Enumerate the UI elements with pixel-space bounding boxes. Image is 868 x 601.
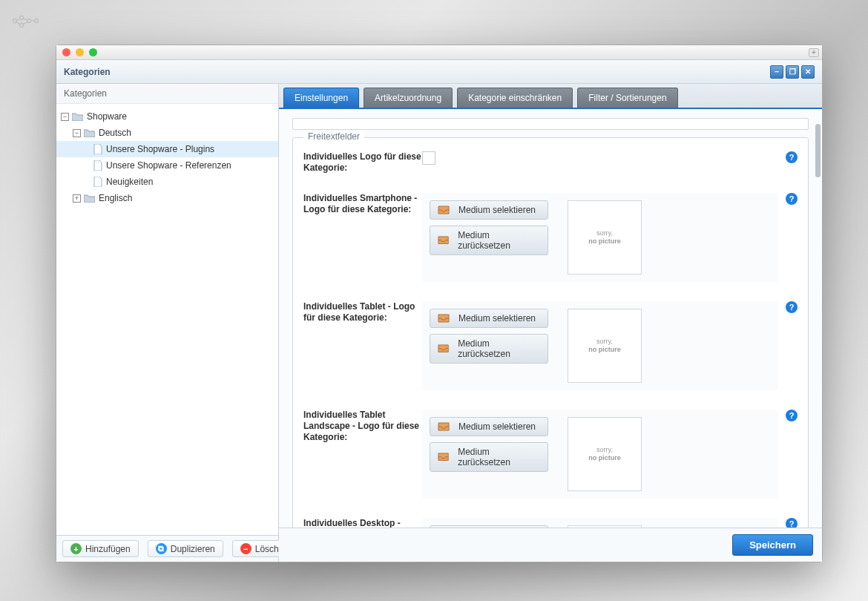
tree-label: Shopware xyxy=(87,111,127,122)
tree-node-englisch[interactable]: + Englisch xyxy=(56,190,278,206)
logo-checkbox[interactable] xyxy=(422,151,435,165)
tab-bar: Einstellungen Artikelzuordnung Kategorie… xyxy=(279,84,822,109)
media-preview: sorry, no picture xyxy=(568,200,642,275)
copy-icon: ⧉ xyxy=(156,543,167,554)
svg-point-2 xyxy=(20,24,24,27)
button-label: Medium zurücksetzen xyxy=(458,447,540,467)
media-preview: sorry, no picture xyxy=(568,525,642,528)
svg-point-4 xyxy=(35,19,39,23)
expand-icon[interactable]: + xyxy=(73,194,81,203)
tree-label: Neuigkeiten xyxy=(106,177,153,187)
tab-filter-sortierungen[interactable]: Filter / Sortierungen xyxy=(577,88,677,108)
button-label: Medium selektieren xyxy=(458,205,536,215)
help-icon[interactable]: ? xyxy=(786,410,798,421)
sidebar-footer: + Hinzufügen ⧉ Duplizieren − Löschen xyxy=(56,535,278,562)
sidebar: Kategorien − Shopware − Deutsch xyxy=(56,84,279,562)
button-label: Duplizieren xyxy=(171,544,215,554)
window-minimize-button[interactable]: – xyxy=(770,65,783,79)
window-close-button[interactable]: ✕ xyxy=(801,65,815,79)
no-picture-placeholder: sorry, no picture xyxy=(585,338,624,354)
app-logo-icon xyxy=(11,15,42,38)
collapse-icon[interactable]: − xyxy=(61,113,69,121)
page-icon xyxy=(93,177,102,187)
page-icon xyxy=(93,160,102,171)
help-icon[interactable]: ? xyxy=(786,193,798,205)
window-minimize-dot[interactable] xyxy=(76,48,84,56)
window-title: Kategorien xyxy=(64,67,111,77)
inbox-icon xyxy=(438,453,449,462)
svg-point-3 xyxy=(27,19,31,23)
folder-icon xyxy=(84,194,95,203)
no-picture-placeholder: sorry, no picture xyxy=(585,446,624,462)
media-select-button[interactable]: Medium selektieren xyxy=(430,200,548,220)
save-button[interactable]: Speichern xyxy=(732,534,813,556)
window-restore-button[interactable]: ❐ xyxy=(786,65,799,79)
tree-label: Deutsch xyxy=(99,128,131,138)
tree-node-plugins[interactable]: Unsere Shopware - Plugins xyxy=(56,141,278,157)
window-close-dot[interactable] xyxy=(62,48,70,56)
smartphone-logo-label: Individuelles Smartphone - Logo für dies… xyxy=(303,193,422,215)
inbox-icon xyxy=(438,314,450,323)
category-tree: − Shopware − Deutsch xyxy=(56,104,278,535)
inbox-icon xyxy=(438,206,450,214)
tree-node-referenzen[interactable]: Unsere Shopware - Referenzen xyxy=(56,157,278,174)
window-header: Kategorien – ❐ ✕ xyxy=(56,60,822,84)
tablet-logo-label: Individuelles Tablet - Logo für diese Ka… xyxy=(303,301,422,324)
tree-node-deutsch[interactable]: − Deutsch xyxy=(56,125,278,141)
button-label: Medium selektieren xyxy=(458,313,536,324)
media-reset-button[interactable]: Medium zurücksetzen xyxy=(430,334,548,364)
svg-line-6 xyxy=(16,22,20,24)
media-select-button[interactable]: Medium selektieren xyxy=(430,309,548,328)
help-icon[interactable]: ? xyxy=(786,151,798,163)
content-area: Freitextfelder Individuelles Logo für di… xyxy=(279,109,822,528)
button-label: Hinzufügen xyxy=(85,544,131,554)
media-select-button[interactable]: Medium selektieren xyxy=(430,417,548,436)
tree-label: Englisch xyxy=(99,193,132,203)
no-picture-placeholder: sorry, no picture xyxy=(585,229,624,246)
media-reset-button[interactable]: Medium zurücksetzen xyxy=(430,442,548,472)
inbox-icon xyxy=(438,344,449,353)
svg-point-1 xyxy=(20,16,24,20)
freitextfelder-fieldset: Freitextfelder Individuelles Logo für di… xyxy=(292,137,809,528)
svg-line-5 xyxy=(16,19,20,20)
help-icon[interactable]: ? xyxy=(786,301,798,313)
folder-icon xyxy=(72,112,83,121)
minus-icon: − xyxy=(240,543,251,554)
window-newtab-button[interactable]: + xyxy=(809,48,819,57)
sidebar-title: Kategorien xyxy=(56,84,278,104)
tree-node-shopware[interactable]: − Shopware xyxy=(56,108,278,125)
svg-point-0 xyxy=(13,19,17,23)
button-label: Medium zurücksetzen xyxy=(458,338,540,359)
logo-checkbox-label: Individuelles Logo für diese Kategorie: xyxy=(303,151,422,174)
button-label: Medium selektieren xyxy=(458,421,536,432)
svg-line-7 xyxy=(23,19,27,20)
tablet-landscape-logo-label: Individuelles Tablet Landscape - Logo fü… xyxy=(303,410,422,443)
media-select-button[interactable]: Medium selektieren xyxy=(430,525,548,528)
duplicate-button[interactable]: ⧉ Duplizieren xyxy=(148,540,223,557)
window-titlebar: + xyxy=(56,45,822,60)
button-label: Medium zurücksetzen xyxy=(458,230,540,251)
media-preview: sorry, no picture xyxy=(568,309,642,383)
tab-kategorie-einschranken[interactable]: Kategorie einschränken xyxy=(457,88,573,108)
main-footer: Speichern xyxy=(279,528,822,562)
page-icon xyxy=(93,144,102,154)
media-reset-button[interactable]: Medium zurücksetzen xyxy=(430,226,548,255)
media-preview: sorry, no picture xyxy=(568,417,642,491)
add-button[interactable]: + Hinzufügen xyxy=(62,540,139,557)
tree-label: Unsere Shopware - Plugins xyxy=(106,144,214,154)
plus-icon: + xyxy=(70,543,82,554)
tree-node-neuigkeiten[interactable]: Neuigkeiten xyxy=(56,174,278,190)
window: + Kategorien – ❐ ✕ Kategorien − Shopware xyxy=(56,45,823,562)
desktop-logo-label: Individuelles Desktop - Logo für diese K… xyxy=(303,518,422,528)
tab-artikelzuordnung[interactable]: Artikelzuordnung xyxy=(364,88,453,108)
window-body: Kategorien − Shopware − Deutsch xyxy=(56,84,822,562)
collapse-icon[interactable]: − xyxy=(73,129,81,137)
inbox-icon xyxy=(438,236,449,245)
scrollbar-thumb[interactable] xyxy=(815,124,821,177)
inbox-icon xyxy=(438,422,450,431)
tab-einstellungen[interactable]: Einstellungen xyxy=(283,88,359,108)
tree-label: Unsere Shopware - Referenzen xyxy=(106,160,231,171)
help-icon[interactable]: ? xyxy=(786,518,798,528)
collapsed-section[interactable] xyxy=(292,118,809,130)
window-maximize-dot[interactable] xyxy=(89,48,97,56)
